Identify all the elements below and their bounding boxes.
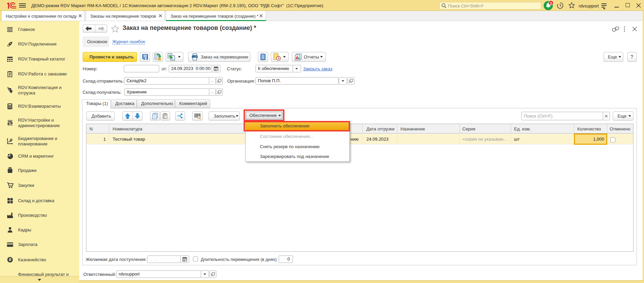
svg-text:₽: ₽ [11, 139, 12, 141]
svg-text:₽: ₽ [9, 258, 11, 262]
